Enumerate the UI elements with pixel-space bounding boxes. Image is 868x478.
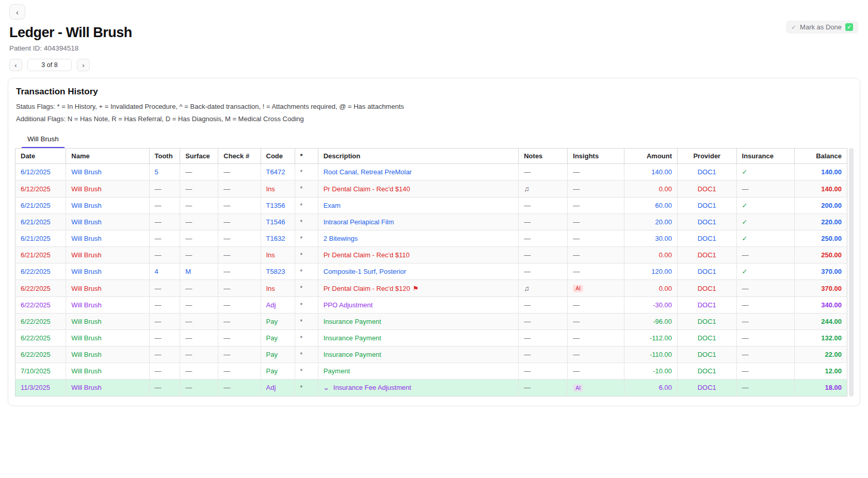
cell-name: Will Brush: [66, 164, 149, 180]
cell-description: Root Canal, Retreat PreMolar: [318, 164, 519, 180]
cell-balance: 220.00: [795, 214, 847, 230]
table-header-row: DateNameToothSurfaceCheck #Code*Descript…: [15, 149, 847, 164]
cell-description: PPO Adjustment: [318, 297, 519, 314]
description-text: PPO Adjustment: [324, 301, 373, 309]
cell-notes: —: [519, 363, 568, 380]
table-row[interactable]: 6/12/2025Will Brush5——T6472*Root Canal, …: [15, 164, 847, 180]
cell-check-number: —: [218, 263, 261, 280]
cell-status-flag: *: [295, 380, 318, 397]
vertical-scrollbar[interactable]: [849, 148, 854, 397]
cell-insights: —: [568, 247, 624, 263]
table-row[interactable]: 6/21/2025Will Brush———Ins*Pr Dental Clai…: [15, 247, 847, 263]
cell-insurance: —: [736, 330, 795, 347]
check-icon: ✓: [742, 202, 748, 209]
cell-insights: —: [568, 164, 624, 180]
cell-provider: DOC1: [678, 180, 736, 197]
cell-amount: 0.00: [624, 247, 677, 263]
cell-insights: —: [568, 230, 624, 247]
column-header-surface: Surface: [180, 149, 218, 164]
table-row[interactable]: 6/21/2025Will Brush———T1356*Exam——60.00D…: [15, 197, 847, 214]
prev-page-button[interactable]: ‹: [9, 59, 22, 71]
table-row[interactable]: 6/22/2025Will Brush———Adj*PPO Adjustment…: [15, 297, 847, 314]
green-checkbox-icon: ✓: [845, 23, 853, 31]
back-button[interactable]: ‹: [9, 4, 25, 20]
cell-provider: DOC1: [678, 380, 736, 397]
cell-insights: AI: [568, 380, 624, 397]
cell-balance: 18.00: [795, 380, 847, 397]
ai-insight-badge[interactable]: AI: [573, 285, 583, 292]
mark-as-done-button[interactable]: ✓ Mark as Done ✓: [786, 21, 858, 34]
cell-balance: 340.00: [795, 297, 847, 314]
ai-insight-badge[interactable]: AI: [573, 384, 583, 392]
chevron-down-icon[interactable]: ⌄: [323, 384, 329, 391]
table-row[interactable]: 7/10/2025Will Brush———Pay*Payment——-10.0…: [15, 363, 847, 380]
cell-surface: —: [180, 214, 218, 230]
next-page-button[interactable]: ›: [77, 59, 90, 71]
table-row[interactable]: 6/22/2025Will Brush———Pay*Insurance Paym…: [15, 330, 847, 347]
cell-tooth: —: [149, 297, 180, 314]
chevron-left-icon: ‹: [14, 62, 17, 69]
cell-check-number: —: [218, 280, 261, 297]
table-row[interactable]: 6/12/2025Will Brush———Ins*Pr Dental Clai…: [15, 180, 847, 197]
cell-surface: —: [180, 330, 218, 347]
cell-code: T5823: [261, 263, 295, 280]
transaction-table: DateNameToothSurfaceCheck #Code*Descript…: [15, 148, 847, 397]
cell-insurance: —: [736, 247, 795, 263]
check-icon: ✓: [791, 24, 796, 31]
cell-tooth: —: [149, 197, 180, 214]
column-header-description: Description: [318, 149, 519, 164]
cell-insights: —: [568, 330, 624, 347]
cell-code: Pay: [261, 314, 295, 330]
cell-insurance: ✓: [736, 263, 795, 280]
cell-notes: —: [519, 230, 568, 247]
cell-amount: 6.00: [624, 380, 677, 397]
transaction-table-wrap: DateNameToothSurfaceCheck #Code*Descript…: [15, 148, 854, 397]
cell-insurance: —: [736, 363, 795, 380]
cell-date: 11/3/2025: [15, 380, 66, 397]
table-row[interactable]: 11/3/2025Will Brush———Adj*⌄Insurance Fee…: [15, 380, 847, 397]
tab-bar: Will Brush: [22, 132, 854, 148]
transaction-history-card: Transaction History Status Flags: * = In…: [8, 78, 860, 406]
cell-check-number: —: [218, 363, 261, 380]
description-text: Insurance Payment: [324, 351, 381, 358]
cell-balance: 132.00: [795, 330, 847, 347]
cell-tooth: —: [149, 347, 180, 363]
cell-status-flag: *: [295, 314, 318, 330]
table-row[interactable]: 6/21/2025Will Brush———T1546*Intraoral Pe…: [15, 214, 847, 230]
table-row[interactable]: 6/22/2025Will Brush———Ins*Pr Dental Clai…: [15, 280, 847, 297]
column-header-provider: Provider: [678, 149, 736, 164]
cell-description: Insurance Payment: [318, 314, 519, 330]
cell-surface: —: [180, 247, 218, 263]
cell-name: Will Brush: [66, 347, 149, 363]
cell-code: Ins: [261, 247, 295, 263]
cell-description: ⌄Insurance Fee Adjustment: [318, 380, 519, 397]
table-row[interactable]: 6/22/2025Will Brush———Pay*Insurance Paym…: [15, 314, 847, 330]
cell-date: 6/21/2025: [15, 230, 66, 247]
column-header-date: Date: [15, 149, 66, 164]
table-row[interactable]: 6/22/2025Will Brush4M—T5823*Composite-1 …: [15, 263, 847, 280]
cell-balance: 250.00: [795, 247, 847, 263]
cell-surface: —: [180, 347, 218, 363]
tab-will-brush[interactable]: Will Brush: [22, 132, 65, 148]
cell-check-number: —: [218, 330, 261, 347]
cell-check-number: —: [218, 297, 261, 314]
description-text: Exam: [324, 202, 341, 209]
cell-surface: —: [180, 197, 218, 214]
description-text: Insurance Payment: [324, 318, 381, 325]
cell-code: T1632: [261, 230, 295, 247]
cell-tooth: —: [149, 280, 180, 297]
cell-surface: —: [180, 363, 218, 380]
cell-notes: —: [519, 314, 568, 330]
cell-surface: —: [180, 180, 218, 197]
table-row[interactable]: 6/21/2025Will Brush———T1632*2 Bitewings—…: [15, 230, 847, 247]
cell-insights: —: [568, 347, 624, 363]
cell-provider: DOC1: [678, 297, 736, 314]
column-header-insurance: Insurance: [736, 149, 795, 164]
cell-tooth: 5: [149, 164, 180, 180]
music-note-icon: ♫: [524, 185, 529, 193]
cell-insights: —: [568, 197, 624, 214]
cell-date: 6/21/2025: [15, 197, 66, 214]
table-row[interactable]: 6/22/2025Will Brush———Pay*Insurance Paym…: [15, 347, 847, 363]
cell-check-number: —: [218, 197, 261, 214]
cell-description: Exam: [318, 197, 519, 214]
